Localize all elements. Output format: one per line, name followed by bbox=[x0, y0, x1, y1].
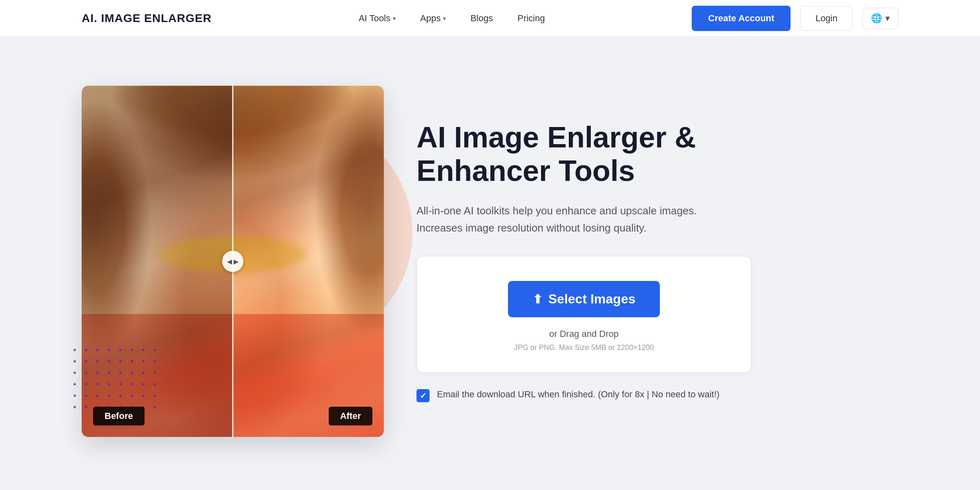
dot bbox=[119, 383, 122, 385]
after-label: After bbox=[329, 407, 372, 425]
dot bbox=[119, 349, 122, 351]
nav-pricing[interactable]: Pricing bbox=[517, 13, 545, 24]
dot bbox=[142, 349, 145, 351]
dot bbox=[96, 349, 99, 351]
dot bbox=[96, 372, 99, 374]
dot-grid-decoration: for(let i=0;i<48;i++) document.write('<d… bbox=[74, 349, 160, 412]
select-images-button[interactable]: ⬆ Select Images bbox=[508, 281, 660, 317]
dot bbox=[142, 394, 145, 397]
file-info-text: JPG or PNG. Max Size 5MB or 1200×1200 bbox=[433, 343, 735, 352]
dot bbox=[131, 349, 133, 351]
globe-icon: 🌐 bbox=[871, 13, 882, 24]
dot bbox=[108, 394, 110, 397]
site-logo: AI. IMAGE ENLARGER bbox=[82, 12, 212, 25]
drag-drop-text: or Drag and Drop bbox=[433, 329, 735, 339]
dot bbox=[108, 372, 110, 374]
hero-section: for(let i=0;i<48;i++) document.write('<d… bbox=[0, 37, 980, 486]
email-notify-row: ✓ Email the download URL when finished. … bbox=[416, 388, 751, 402]
dot bbox=[85, 360, 87, 363]
dot bbox=[142, 360, 145, 363]
image-compare-wrapper: for(let i=0;i<48;i++) document.write('<d… bbox=[82, 86, 384, 437]
dot bbox=[154, 360, 156, 363]
dot bbox=[74, 383, 76, 385]
compare-slider-handle[interactable]: ◀ ▶ bbox=[222, 251, 243, 272]
dot bbox=[85, 383, 87, 385]
dot bbox=[85, 372, 87, 374]
hero-subtitle: All-in-one AI toolkits help you enhance … bbox=[416, 203, 735, 236]
nav-links: AI Tools ▾ Apps ▾ Blogs Pricing bbox=[359, 13, 545, 24]
dot bbox=[74, 394, 76, 397]
dot bbox=[119, 394, 122, 397]
dot bbox=[142, 383, 145, 385]
email-notify-checkbox[interactable]: ✓ bbox=[416, 389, 430, 402]
dot bbox=[119, 360, 122, 363]
language-selector[interactable]: 🌐 ▾ bbox=[862, 8, 898, 29]
dot bbox=[96, 360, 99, 363]
dot bbox=[74, 360, 76, 363]
dot bbox=[108, 349, 110, 351]
dot bbox=[131, 383, 133, 385]
slider-arrows-icon: ◀ ▶ bbox=[227, 258, 238, 265]
dot bbox=[154, 394, 156, 397]
dot bbox=[154, 383, 156, 385]
navbar: AI. IMAGE ENLARGER AI Tools ▾ Apps ▾ Blo… bbox=[0, 0, 980, 37]
dot bbox=[85, 349, 87, 351]
before-label: Before bbox=[93, 407, 145, 425]
dot bbox=[108, 383, 110, 385]
dot bbox=[108, 360, 110, 363]
dot bbox=[142, 372, 145, 374]
nav-actions: Create Account Login 🌐 ▾ bbox=[692, 6, 898, 31]
dot bbox=[74, 406, 76, 408]
dot bbox=[85, 394, 87, 397]
nav-ai-tools[interactable]: AI Tools ▾ bbox=[359, 13, 396, 24]
upload-box[interactable]: ⬆ Select Images or Drag and Drop JPG or … bbox=[416, 256, 751, 373]
dot bbox=[85, 406, 87, 408]
chevron-down-icon: ▾ bbox=[885, 13, 890, 24]
create-account-button[interactable]: Create Account bbox=[692, 6, 791, 31]
upload-icon: ⬆ bbox=[532, 292, 543, 306]
hero-content: AI Image Enlarger & Enhancer Tools All-i… bbox=[416, 120, 784, 403]
email-notify-label: Email the download URL when finished. (O… bbox=[437, 388, 751, 401]
checkmark-icon: ✓ bbox=[420, 390, 427, 402]
dot bbox=[74, 372, 76, 374]
dot bbox=[131, 360, 133, 363]
chevron-down-icon: ▾ bbox=[393, 15, 396, 22]
dot bbox=[131, 394, 133, 397]
dot bbox=[119, 372, 122, 374]
dot bbox=[154, 349, 156, 351]
dot bbox=[131, 372, 133, 374]
dot bbox=[154, 372, 156, 374]
nav-apps[interactable]: Apps ▾ bbox=[420, 13, 446, 24]
chevron-down-icon: ▾ bbox=[443, 15, 446, 22]
dot bbox=[154, 406, 156, 408]
dot bbox=[74, 349, 76, 351]
dot bbox=[96, 383, 99, 385]
hero-title: AI Image Enlarger & Enhancer Tools bbox=[416, 120, 784, 188]
login-button[interactable]: Login bbox=[800, 6, 853, 31]
dot bbox=[96, 394, 99, 397]
nav-blogs[interactable]: Blogs bbox=[470, 13, 493, 24]
